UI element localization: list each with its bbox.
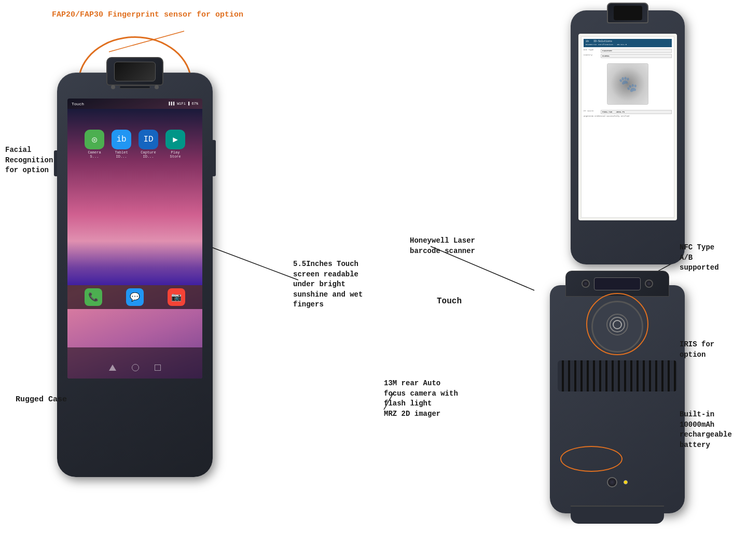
nfc-circle-annotation: [586, 293, 648, 355]
back-fp-sensor: [607, 3, 648, 23]
scanner-bottom-connector: [571, 506, 664, 524]
form-row-1: Doc Type PASSPORT: [584, 49, 672, 53]
app-subtitle: Biometric verification · IB-v11.5: [586, 44, 627, 46]
app-label-3: Capture ID...: [139, 150, 158, 159]
dock-phone-icon: 📞: [85, 288, 102, 306]
field-label-doc: Doc Type: [584, 49, 599, 53]
device-front: Touch ▌▌▌ WiFi ▐ 67% ◎ Camera S...: [42, 31, 228, 498]
back-screen-content: ib ID-Solutions Biometric verification ·…: [581, 36, 674, 218]
side-button-left: [54, 150, 57, 176]
home-nav: [132, 364, 139, 371]
form-row-2: Country GLOBAL: [584, 54, 672, 58]
battery-icon: ▐ 67%: [187, 102, 198, 106]
app-label-1: Camera S...: [85, 150, 104, 159]
back-nav: [109, 365, 116, 371]
phone-bottom: [67, 461, 202, 477]
bottom-dock: 📞 💬 📷: [67, 285, 202, 309]
phone-screen: Touch ▌▌▌ WiFi ▐ 67% ◎ Camera S...: [67, 99, 202, 379]
rugged-case-text: Rugged Case: [16, 394, 67, 405]
app-icon-1: ◎: [85, 130, 104, 149]
grille-pattern: [558, 360, 677, 391]
front-camera: [111, 85, 115, 89]
back-device-screen: ib ID-Solutions Biometric verification ·…: [578, 34, 677, 220]
app-logo: ib: [586, 40, 589, 43]
result-row-1: FP Score FDHA-796 48HA-FS: [584, 110, 672, 114]
touch-label: Touch: [437, 296, 462, 307]
iris-circle-annotation: [560, 446, 622, 472]
dock-camera-icon: 📷: [168, 288, 185, 306]
result-value-1: FDHA-796 48HA-FS: [601, 110, 672, 114]
app4-wrap: ▶ Play Store: [165, 130, 185, 159]
scanner-window: [594, 277, 641, 290]
honeywell-laser-label: Honeywell Laser barcode scanner: [410, 236, 475, 256]
app-icon-2: ib: [112, 130, 131, 149]
rear-camera-lens: [607, 477, 617, 487]
app-header: ib ID-Solutions Biometric verification ·…: [584, 39, 672, 47]
wifi-icon: WiFi: [177, 102, 186, 106]
fp-sensor-inner: [114, 62, 156, 81]
home-bar: [109, 364, 161, 371]
sensor-dot: [155, 85, 159, 89]
screen-size-label: 5.5Inches Touch screen readable under br…: [293, 259, 363, 310]
facial-recognition-label: Facial Recognition for option: [5, 145, 53, 176]
rear-camera-area: [607, 477, 628, 487]
app2-wrap: ib Tablet ID...: [112, 130, 131, 159]
device-back-screen: ib ID-Solutions Biometric verification ·…: [565, 10, 695, 270]
fingerprint-sensor-label: FAP20/FAP30 Fingerprint sensor for optio…: [52, 9, 243, 20]
screen-wallpaper: ◎ Camera S... ib Tablet ID... ID Capture…: [67, 109, 202, 285]
status-bar: Touch ▌▌▌ WiFi ▐ 67%: [67, 99, 202, 109]
field-value-country: GLOBAL: [601, 54, 672, 58]
field-value-doc: PASSPORT: [601, 49, 672, 53]
status-icons: ▌▌▌ WiFi ▐ 67%: [169, 102, 198, 106]
signal-icon: ▌▌▌: [169, 102, 176, 106]
device-scanner-unit: [550, 270, 706, 529]
result-label-1: FP Score: [584, 110, 599, 114]
page: Touch ▌▌▌ WiFi ▐ 67% ◎ Camera S...: [0, 0, 747, 560]
battery-label: Built-in 10000mAh rechargeable battery: [680, 410, 732, 450]
iris-label: IRIS for option: [680, 340, 714, 360]
app-icons-top-row: ◎ Camera S... ib Tablet ID... ID Capture…: [85, 130, 185, 159]
app-icon-3: ID: [139, 130, 158, 149]
scanner-lens-2: [645, 279, 653, 288]
side-button-right: [213, 140, 216, 176]
speaker: [119, 86, 150, 89]
fingerprint-image: 🐾: [607, 63, 648, 105]
nfc-label: NFC Type A/B supported: [680, 243, 719, 273]
field-label-country: Country: [584, 54, 599, 58]
scanner-lens-1: [582, 279, 590, 288]
rear-camera-label: 13M rear Auto focus camera with flash li…: [384, 379, 458, 419]
app-label-2: Tablet ID...: [112, 150, 131, 159]
scanner-body: [550, 285, 685, 513]
nav-bar: [67, 347, 202, 379]
back-fp-inner: [614, 6, 642, 20]
back-phone-body: ib ID-Solutions Biometric verification ·…: [571, 10, 685, 264]
result-text: Argentina credential successfully verifi…: [584, 115, 629, 117]
flash-light: [624, 480, 628, 484]
status-time: Touch: [72, 102, 84, 106]
scanner-grille: [558, 360, 677, 391]
recents-nav: [155, 365, 161, 371]
fingerprint-sensor: [106, 57, 163, 86]
app1-wrap: ◎ Camera S...: [85, 130, 104, 159]
phone-body: Touch ▌▌▌ WiFi ▐ 67% ◎ Camera S...: [57, 73, 213, 477]
app-label-4: Play Store: [165, 150, 185, 159]
app-icon-4: ▶: [165, 130, 185, 149]
result-row-2: Argentina credential successfully verifi…: [584, 115, 672, 117]
dock-message-icon: 💬: [126, 288, 144, 306]
app3-wrap: ID Capture ID...: [139, 130, 158, 159]
phone-top-bar: [83, 82, 187, 92]
